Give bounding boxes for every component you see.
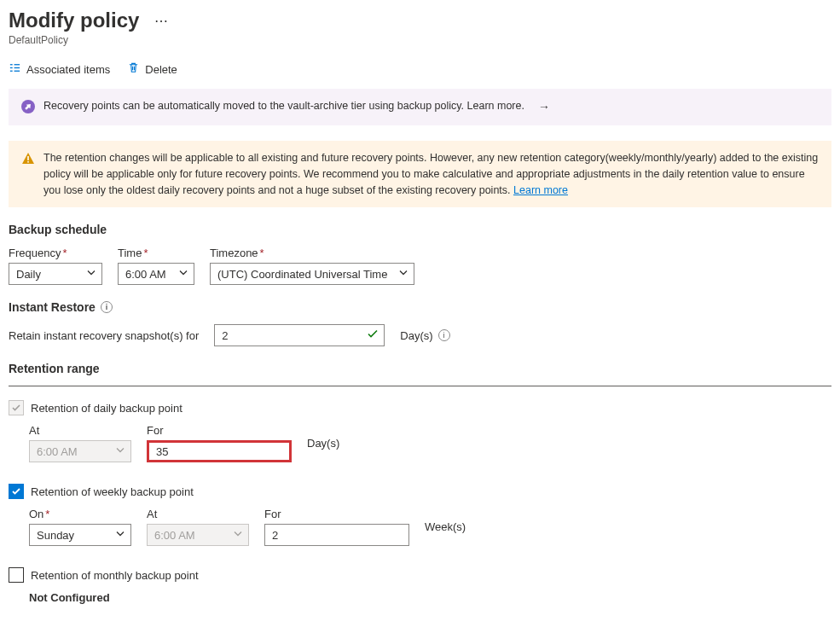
time-label: Time* [118,247,194,259]
timezone-label: Timezone* [210,247,414,259]
daily-retention-label: Retention of daily backup point [31,402,182,415]
chevron-down-icon [115,529,125,542]
svg-rect-6 [27,156,29,160]
instant-restore-input[interactable]: 2 [214,324,385,346]
chevron-down-icon [398,268,408,281]
weekly-for-input[interactable]: 2 [264,524,409,546]
instant-restore-prefix: Retain instant recovery snapshot(s) for [9,329,199,342]
weekly-on-label: On* [29,508,131,520]
backup-schedule-heading: Backup schedule [9,223,831,236]
info-icon[interactable]: i [438,329,450,341]
frequency-select[interactable]: Daily [9,263,102,285]
monthly-retention-label: Retention of monthly backup point [31,569,199,582]
daily-for-label: For [147,424,292,437]
warning-learn-more-link[interactable]: Learn more [513,184,568,196]
chevron-down-icon [178,268,188,281]
daily-at-select: 6:00 AM [29,440,131,462]
weekly-at-select: 6:00 AM [147,524,249,546]
info-icon[interactable]: i [101,301,113,313]
archive-icon [21,100,35,113]
weekly-for-label: For [264,508,409,520]
retention-range-heading: Retention range [9,362,831,375]
chevron-down-icon [86,268,96,281]
weekly-at-label: At [147,508,249,520]
warning-banner-text: The retention changes will be applicable… [43,152,818,196]
daily-unit: Day(s) [307,437,339,450]
warning-banner: The retention changes will be applicable… [9,141,831,207]
warning-icon [21,152,35,166]
daily-for-input[interactable]: 35 [147,440,292,462]
page-title: Modify policy [9,9,139,32]
page-subtitle: DefaultPolicy [9,34,831,46]
weekly-retention-label: Retention of weekly backup point [31,485,194,498]
info-banner-arrow[interactable]: → [538,98,550,116]
weekly-unit: Week(s) [425,520,466,533]
timezone-select[interactable]: (UTC) Coordinated Universal Time [210,263,414,285]
frequency-label: Frequency* [9,247,102,259]
monthly-retention-checkbox[interactable] [9,567,24,583]
chevron-down-icon [115,445,125,458]
associated-items-button[interactable]: Associated items [9,61,110,77]
instant-restore-heading: Instant Restore i [9,300,831,314]
daily-at-label: At [29,424,131,437]
divider [9,386,831,386]
chevron-down-icon [233,529,243,542]
time-select[interactable]: 6:00 AM [118,263,194,285]
daily-retention-checkbox [9,400,24,415]
weekly-on-select[interactable]: Sunday [29,524,131,546]
delete-button[interactable]: Delete [127,61,177,77]
toolbar: Associated items Delete [9,61,831,77]
list-icon [9,61,21,77]
monthly-not-configured: Not Configured [29,591,831,604]
info-banner: Recovery points can be automatically mov… [9,89,831,125]
checkmark-icon [367,328,379,343]
weekly-retention-checkbox[interactable] [9,484,24,499]
associated-items-label: Associated items [26,63,110,76]
more-actions-button[interactable]: ⋯ [154,13,169,29]
info-banner-text: Recovery points can be automatically mov… [43,98,524,114]
delete-label: Delete [145,63,177,76]
svg-rect-7 [27,161,29,163]
instant-restore-unit: Day(s) [400,329,432,342]
trash-icon [127,61,140,77]
